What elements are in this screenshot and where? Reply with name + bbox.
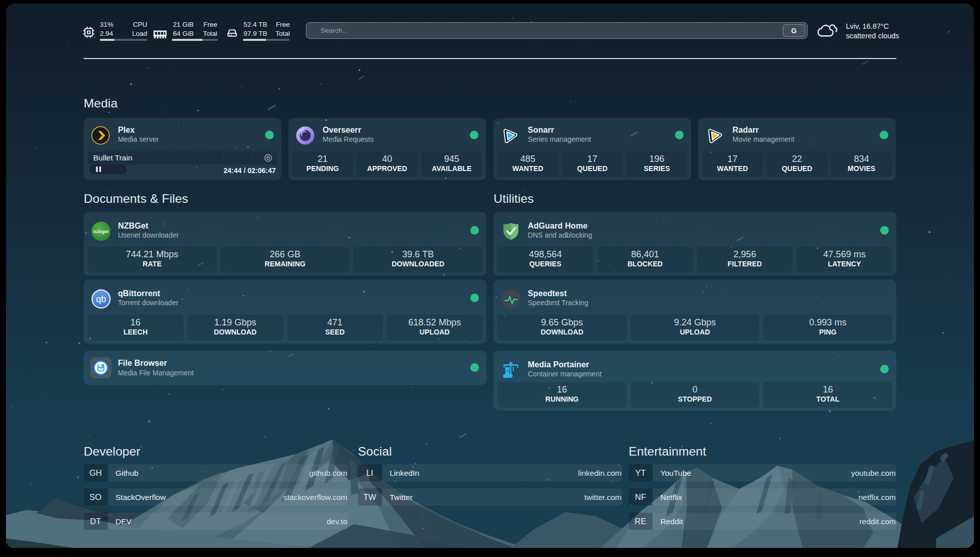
svg-text:qb: qb	[96, 294, 106, 304]
svg-text:nzbget: nzbget	[93, 229, 109, 234]
